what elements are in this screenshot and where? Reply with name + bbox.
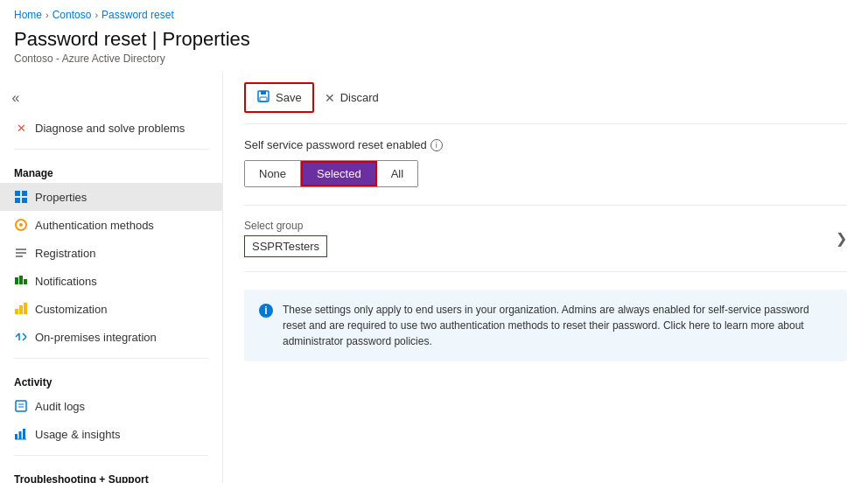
sidebar-divider-troubleshooting [14,455,208,456]
toggle-selected[interactable]: Selected [301,161,377,186]
toggle-all[interactable]: All [377,161,417,186]
toolbar: Save ✕ Discard [244,72,847,124]
svg-point-5 [19,223,23,227]
breadcrumb: Home › Contoso › Password reset [0,0,868,24]
properties-icon [14,190,28,204]
sidebar-item-auth-methods[interactable]: Authentication methods [0,211,222,239]
breadcrumb-contoso[interactable]: Contoso [52,9,92,21]
sidebar-item-auth-label: Authentication methods [35,219,154,232]
sidebar-item-customization-label: Customization [35,303,107,316]
breadcrumb-sep2: › [94,10,98,20]
sidebar-divider-activity [14,358,208,359]
sidebar-item-registration-label: Registration [35,247,95,260]
svg-rect-15 [16,401,26,411]
info-icon[interactable]: i [430,139,443,151]
svg-rect-19 [19,431,22,439]
registration-icon [14,246,28,260]
form-section: Self service password reset enabled i No… [244,124,847,375]
sidebar: « ✕ Diagnose and solve problems Manage P… [0,72,223,483]
sidebar-item-notifications-label: Notifications [35,275,97,288]
select-group-section: Select group SSPRTesters ❯ [244,205,847,272]
toggle-none[interactable]: None [245,161,301,186]
info-box: i These settings only apply to end users… [244,290,847,361]
svg-rect-13 [19,305,23,314]
sidebar-item-onprem[interactable]: On-premises integration [0,323,222,351]
sidebar-item-properties-label: Properties [35,191,87,204]
svg-rect-14 [24,303,27,314]
sidebar-item-audit-label: Audit logs [35,400,85,413]
svg-rect-3 [22,198,27,203]
main-content: Save ✕ Discard Self service password res… [223,72,868,483]
sidebar-item-onprem-label: On-premises integration [35,331,157,344]
sidebar-section-activity: Activity [0,366,222,392]
toggle-group: None Selected All [244,160,418,187]
svg-rect-20 [23,429,25,439]
page-header: Password reset | Properties Contoso - Az… [0,24,868,72]
save-label: Save [276,91,302,104]
diagnose-icon: ✕ [14,121,28,135]
svg-rect-10 [19,276,23,284]
chevron-right-icon[interactable]: ❯ [836,230,847,247]
breadcrumb-home[interactable]: Home [14,9,42,21]
page-title-main: Password reset [14,28,147,50]
svg-rect-12 [15,309,18,314]
collapse-button[interactable]: « [4,86,28,110]
discard-label: Discard [340,91,379,104]
notifications-icon [14,274,28,288]
layout: « ✕ Diagnose and solve problems Manage P… [0,72,868,483]
page-title: Password reset | Properties [14,28,854,51]
svg-rect-2 [15,198,20,203]
sidebar-item-usage-label: Usage & insights [35,428,121,441]
svg-rect-11 [24,279,27,284]
svg-rect-26 [261,91,266,94]
sidebar-item-audit-logs[interactable]: Audit logs [0,392,222,420]
svg-text:i: i [264,304,267,317]
breadcrumb-current[interactable]: Password reset [102,9,174,21]
sidebar-item-customization[interactable]: Customization [0,295,222,323]
discard-icon: ✕ [325,91,335,105]
audit-icon [14,399,28,413]
discard-button[interactable]: ✕ Discard [314,86,389,110]
sidebar-item-usage-insights[interactable]: Usage & insights [0,420,222,448]
customization-icon [14,302,28,316]
usage-icon [14,427,28,441]
info-box-icon: i [258,303,274,349]
sidebar-item-properties[interactable]: Properties [0,183,222,211]
select-group-value[interactable]: SSPRTesters [244,235,327,257]
info-box-text: These settings only apply to end users i… [283,302,833,349]
onprem-icon [14,330,28,344]
sidebar-divider-manage [14,149,208,150]
save-button[interactable]: Save [244,82,314,113]
page-title-suffix: | Properties [147,28,250,50]
auth-icon [14,218,28,232]
sidebar-item-diagnose-label: Diagnose and solve problems [35,122,185,135]
svg-rect-9 [15,277,18,284]
sidebar-section-manage: Manage [0,157,222,183]
save-icon [256,89,270,106]
sspr-label-text: Self service password reset enabled [244,138,427,151]
sidebar-item-notifications[interactable]: Notifications [0,267,222,295]
sidebar-item-registration[interactable]: Registration [0,239,222,267]
svg-rect-0 [15,191,20,196]
svg-rect-1 [22,191,27,196]
select-group-title: Select group [244,220,327,232]
svg-rect-18 [15,434,18,439]
sidebar-section-troubleshooting: Troubleshooting + Support [0,463,222,483]
breadcrumb-sep1: › [46,10,49,20]
sspr-label: Self service password reset enabled i [244,138,847,151]
sidebar-item-diagnose[interactable]: ✕ Diagnose and solve problems [0,114,222,142]
select-group-left: Select group SSPRTesters [244,220,327,257]
page-subtitle: Contoso - Azure Active Directory [14,52,854,65]
